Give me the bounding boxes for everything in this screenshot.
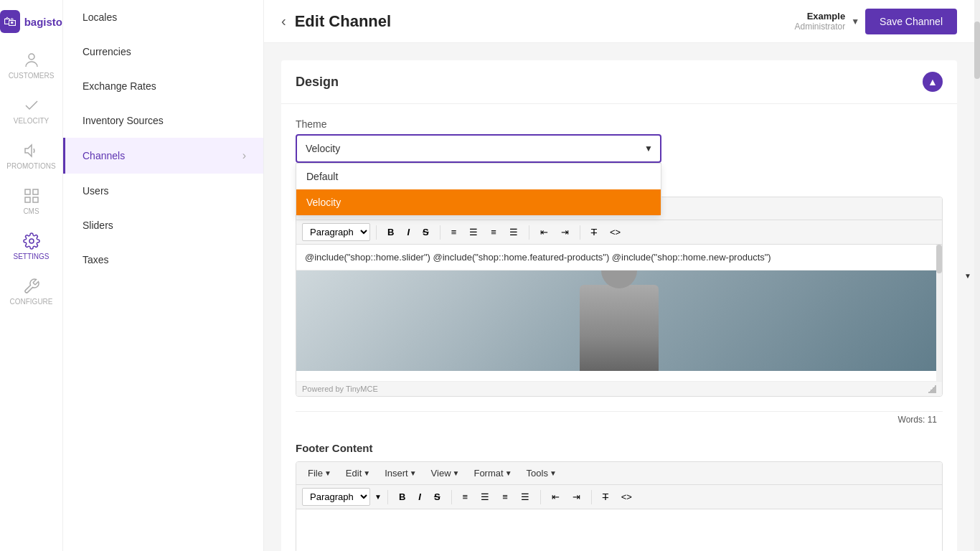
footer-tinymce: File ▼ Edit ▼ Insert ▼ View — [296, 461, 943, 551]
user-role: Administrator — [794, 22, 845, 32]
sidebar-item-currencies[interactable]: Currencies — [63, 34, 263, 69]
footer-strikethrough-button[interactable]: S — [429, 489, 446, 504]
sidebar-item-locales[interactable]: Locales — [63, 0, 263, 34]
footer-italic-button[interactable]: I — [413, 489, 426, 504]
footer-editor-group: Footer Content File ▼ Edit ▼ Inser — [296, 442, 943, 551]
align-right-button[interactable]: ≡ — [486, 225, 501, 240]
resize-handle[interactable] — [928, 385, 936, 393]
footer-file-menu-button[interactable]: File ▼ — [302, 465, 337, 481]
header-right: Example Administrator ▼ Save Channel — [794, 9, 957, 34]
design-section-header: Design ▲ — [281, 60, 957, 104]
cms-label: CMS — [23, 207, 39, 215]
footer-paragraph-select[interactable]: Paragraph — [302, 488, 370, 506]
user-dropdown-arrow[interactable]: ▼ — [851, 17, 859, 27]
sidebar-item-configure[interactable]: CONFIGURE — [0, 269, 62, 314]
theme-select-wrapper: Default Velocity ▼ Default Velocity — [296, 134, 661, 163]
home-editor-content[interactable]: @include("shop::home.slider") @include("… — [296, 245, 942, 381]
velocity-label: VELOCITY — [14, 117, 49, 125]
home-editor-footer: Powered by TinyMCE — [296, 381, 942, 396]
currencies-label: Currencies — [83, 46, 131, 57]
sidebar-item-taxes[interactable]: Taxes — [63, 242, 263, 277]
footer-align-left-button[interactable]: ≡ — [458, 489, 473, 504]
sidebar-item-velocity[interactable]: VELOCITY — [0, 88, 62, 133]
sidebar-item-inventory-sources[interactable]: Inventory Sources — [63, 103, 263, 138]
footer-insert-arrow: ▼ — [410, 469, 417, 477]
source-code-button[interactable]: <> — [605, 225, 626, 240]
dropdown-option-velocity[interactable]: Velocity — [296, 189, 661, 215]
footer-view-menu-button[interactable]: View ▼ — [425, 465, 466, 481]
indent-decrease-button[interactable]: ⇤ — [535, 225, 553, 240]
logo[interactable]: 🛍 bagisto — [0, 0, 62, 43]
svg-rect-4 — [33, 197, 38, 202]
footer-bold-button[interactable]: B — [394, 489, 410, 504]
footer-edit-arrow: ▼ — [363, 469, 370, 477]
svg-point-5 — [29, 239, 34, 243]
sidebar-item-channels[interactable]: Channels › — [63, 138, 263, 174]
sidebar-item-settings[interactable]: SETTINGS — [0, 224, 62, 269]
page-title: Edit Channel — [295, 12, 391, 31]
footer-view-arrow: ▼ — [453, 469, 460, 477]
page-scrollbar[interactable] — [974, 0, 980, 551]
promotions-label: PROMOTIONS — [6, 162, 55, 170]
person-icon — [23, 52, 40, 69]
footer-align-center-button[interactable]: ☰ — [476, 489, 494, 504]
footer-editor-toolbar2: Paragraph ▼ B I S ≡ ☰ ≡ ☰ ⇤ — [296, 485, 942, 509]
megaphone-icon — [23, 142, 40, 159]
save-channel-button[interactable]: Save Channel — [865, 9, 957, 34]
footer-indent-decrease-button[interactable]: ⇤ — [547, 489, 565, 504]
sidebar-item-customers[interactable]: CUSTOMERS — [0, 43, 62, 88]
paragraph-select[interactable]: Paragraph — [302, 223, 370, 241]
user-name: Example — [807, 11, 845, 22]
footer-format-menu-button[interactable]: Format ▼ — [468, 465, 517, 481]
footer-insert-menu-button[interactable]: Insert ▼ — [379, 465, 422, 481]
theme-select[interactable]: Default Velocity — [296, 134, 661, 163]
footer-insert-label: Insert — [385, 468, 408, 479]
gear-icon — [23, 232, 40, 250]
footer-edit-label: Edit — [346, 468, 362, 479]
sidebar-item-cms[interactable]: CMS — [0, 179, 62, 224]
footer-divider2 — [451, 490, 452, 504]
toolbar-divider2 — [440, 225, 440, 240]
users-label: Users — [83, 185, 109, 197]
footer-view-label: View — [431, 468, 451, 479]
sidebar-item-users[interactable]: Users — [63, 174, 263, 208]
footer-clear-format-button[interactable]: T̶ — [598, 489, 613, 504]
customers-label: CUSTOMERS — [9, 72, 55, 80]
bold-button[interactable]: B — [382, 225, 399, 240]
footer-indent-increase-button[interactable]: ⇥ — [567, 489, 585, 504]
align-justify-button[interactable]: ☰ — [504, 225, 523, 240]
footer-source-code-button[interactable]: <> — [616, 489, 637, 504]
logo-icon: 🛍 — [0, 10, 20, 33]
align-left-button[interactable]: ≡ — [446, 225, 462, 240]
wrench-icon — [23, 278, 40, 295]
velocity-icon — [23, 97, 40, 114]
back-button[interactable]: ‹ — [281, 13, 286, 29]
footer-tools-arrow: ▼ — [550, 469, 557, 477]
locales-label: Locales — [83, 11, 117, 23]
footer-editor-toolbar1: File ▼ Edit ▼ Insert ▼ View — [296, 462, 942, 485]
footer-file-arrow: ▼ — [324, 469, 331, 477]
align-center-button[interactable]: ☰ — [464, 225, 483, 240]
footer-tools-menu-button[interactable]: Tools ▼ — [521, 465, 562, 481]
footer-divider4 — [591, 490, 592, 504]
footer-file-label: File — [308, 468, 323, 479]
collapse-design-button[interactable]: ▲ — [923, 72, 943, 92]
editor-scrollbar[interactable] — [936, 245, 942, 381]
clear-format-button[interactable]: T̶ — [586, 225, 602, 240]
sidebar-item-promotions[interactable]: PROMOTIONS — [0, 133, 62, 179]
indent-increase-button[interactable]: ⇥ — [556, 225, 574, 240]
strikethrough-button[interactable]: S — [418, 225, 434, 240]
italic-button[interactable]: I — [402, 225, 415, 240]
sidebar-item-sliders[interactable]: Sliders — [63, 208, 263, 242]
user-info: Example Administrator — [794, 11, 845, 32]
footer-content-label: Footer Content — [296, 442, 943, 454]
footer-align-right-button[interactable]: ≡ — [497, 489, 513, 504]
theme-label: Theme — [296, 118, 943, 130]
footer-editor-content[interactable] — [296, 509, 942, 551]
sidebar-item-exchange-rates[interactable]: Exchange Rates — [63, 69, 263, 103]
footer-edit-menu-button[interactable]: Edit ▼ — [340, 465, 376, 481]
dropdown-option-default[interactable]: Default — [296, 164, 661, 189]
settings-label: SETTINGS — [13, 253, 49, 260]
footer-align-justify-button[interactable]: ☰ — [516, 489, 534, 504]
footer-tools-label: Tools — [527, 468, 548, 479]
